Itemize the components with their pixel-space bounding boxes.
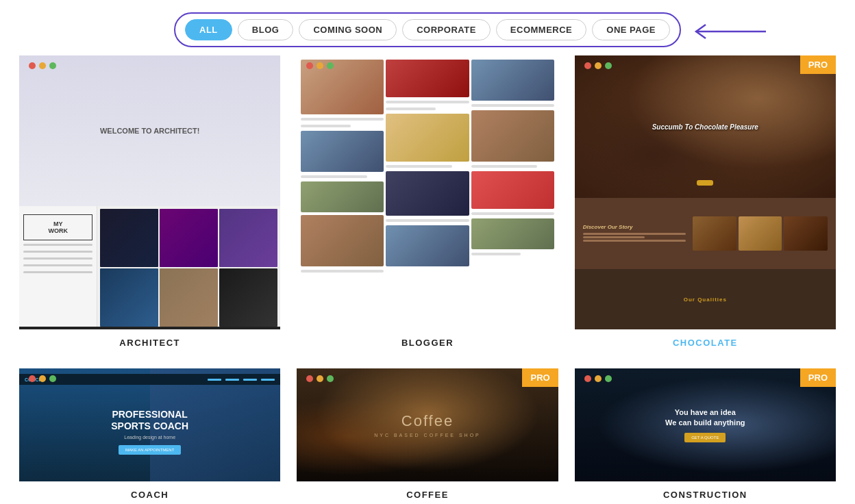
- dot-green: [327, 62, 334, 69]
- choc-img-3: [784, 216, 828, 251]
- dot-red: [306, 62, 313, 69]
- coach-nav-link-4: [261, 379, 275, 381]
- filter-btn-coming-soon[interactable]: COMING SOON: [299, 19, 397, 40]
- dot-orange: [595, 375, 602, 382]
- sidebar-line-4: [23, 264, 92, 266]
- coach-content: PROFESSIONALSPORTS COACH Leading design …: [111, 409, 188, 455]
- theme-card-architect[interactable]: WELCOME TO ARCHITECT! MYWORK: [19, 55, 280, 352]
- sidebar-line-3: [23, 257, 92, 260]
- blog-line-10: [471, 165, 538, 168]
- window-dots-blogger: [306, 62, 334, 69]
- coach-sub: Leading design at home: [111, 435, 188, 440]
- sidebar-line-1: [23, 244, 92, 246]
- theme-card-construction[interactable]: PRO You have an ideaWe can build anythin…: [575, 368, 836, 504]
- sidebar-line-5: [23, 271, 92, 273]
- window-dots-construction: [584, 375, 612, 382]
- blog-img-8: [471, 171, 554, 209]
- dot-green: [605, 375, 612, 382]
- chocolate-card-title: CHOCOLATE: [575, 329, 836, 352]
- filter-section: ALL BLOG COMING SOON CORPORATE ECOMMERCE…: [0, 0, 855, 55]
- blog-line-12: [471, 253, 521, 255]
- arrow-indicator: [691, 19, 773, 47]
- blogger-card-title: BLOGGER: [297, 329, 558, 352]
- blog-line-7: [386, 165, 452, 168]
- filter-btn-corporate[interactable]: CORPORATE: [402, 19, 491, 40]
- blog-img-7: [471, 110, 554, 162]
- chocolate-pro-badge: PRO: [800, 55, 836, 74]
- chocolate-preview: Succumb To Chocolate Pleasure Discover O…: [575, 55, 836, 329]
- blog-line-9: [471, 104, 554, 107]
- dot-orange: [39, 62, 46, 69]
- construction-preview: You have an ideaWe can build anything GE…: [575, 368, 836, 481]
- blog-line-1: [301, 118, 384, 121]
- blog-img-6: [471, 60, 554, 101]
- choc-hero: Succumb To Chocolate Pleasure: [575, 55, 836, 198]
- dot-red: [29, 62, 36, 69]
- blogger-preview: [297, 55, 558, 329]
- construction-preview-container: PRO You have an ideaWe can build anythin…: [575, 368, 836, 481]
- my-work-box: MYWORK: [23, 214, 92, 240]
- dot-orange: [317, 62, 323, 69]
- dot-red: [306, 375, 313, 382]
- filter-btn-blog[interactable]: BLOG: [238, 19, 294, 40]
- construction-card-title: CONSTRUCTION: [575, 481, 836, 504]
- choc-middle-line-2: [583, 236, 645, 238]
- theme-card-blogger[interactable]: BLOGGER: [297, 55, 558, 352]
- themes-grid: WELCOME TO ARCHITECT! MYWORK: [0, 55, 855, 504]
- coach-title: PROFESSIONALSPORTS COACH: [111, 409, 188, 432]
- blog-line-5: [386, 101, 469, 103]
- choc-bottom-text: Our Qualities: [684, 297, 727, 303]
- dot-red: [29, 375, 36, 382]
- coach-nav-links: [208, 379, 275, 381]
- window-dots-coach: [29, 375, 56, 382]
- dot-orange: [39, 375, 46, 382]
- architect-hero: WELCOME TO ARCHITECT!: [19, 55, 280, 206]
- filter-btn-all[interactable]: ALL: [185, 19, 232, 40]
- filter-btn-one-page[interactable]: ONE PAGE: [592, 19, 670, 40]
- gallery-cell-6: [219, 268, 277, 327]
- blog-img-dark: [386, 171, 469, 216]
- coffee-pro-badge: PRO: [522, 368, 558, 387]
- gallery-cell-5: [160, 268, 218, 327]
- dot-red: [584, 62, 591, 69]
- coach-card-title: COACH: [19, 481, 280, 504]
- architect-card-title: ARCHITECT: [19, 329, 280, 352]
- dot-green: [49, 375, 56, 382]
- dot-green: [605, 62, 612, 69]
- choc-img-1: [693, 216, 736, 251]
- coffee-card-title: COFFEE: [297, 481, 558, 504]
- blogger-inner: [297, 55, 558, 329]
- coach-nav-link-2: [225, 379, 239, 381]
- gallery-cell-2: [160, 209, 218, 267]
- dot-red: [584, 375, 591, 382]
- coffee-preview: Coffee NYC BASED COFFEE SHOP: [297, 368, 558, 481]
- architect-bottom: MYWORK: [19, 206, 280, 329]
- chocolate-preview-container: PRO Succumb To Chocolate Pleasure Discov…: [575, 55, 836, 329]
- coach-nav-link-1: [208, 379, 221, 381]
- filter-btn-ecommerce[interactable]: ECOMMERCE: [496, 19, 586, 40]
- dot-green: [327, 375, 334, 382]
- architect-hero-text: WELCOME TO ARCHITECT!: [100, 127, 199, 135]
- blog-img-red: [386, 60, 469, 97]
- theme-card-coffee[interactable]: PRO Coffee NYC BASED COFFEE SHOP COFFEE: [297, 368, 558, 504]
- dot-orange: [317, 375, 323, 382]
- theme-card-chocolate[interactable]: PRO Succumb To Chocolate Pleasure Discov…: [575, 55, 836, 352]
- blog-img-bright: [386, 114, 469, 162]
- choc-img-2: [739, 216, 782, 251]
- choc-middle-line-3: [583, 240, 686, 242]
- blog-line-2: [301, 125, 351, 127]
- coach-nav-link-3: [243, 379, 257, 381]
- dot-orange: [595, 62, 602, 69]
- coffee-preview-container: PRO Coffee NYC BASED COFFEE SHOP: [297, 368, 558, 481]
- choc-middle-line-1: [583, 233, 686, 235]
- coach-cta-btn: MAKE AN APPOINTMENT: [119, 445, 181, 455]
- choc-middle: Discover Our Story: [575, 198, 836, 269]
- coffee-title: Coffee: [374, 412, 481, 430]
- blog-line-11: [471, 212, 554, 215]
- choc-bottom: Our Qualities: [575, 269, 836, 329]
- choc-hero-text: Succumb To Chocolate Pleasure: [652, 123, 758, 131]
- coffee-sub: NYC BASED COFFEE SHOP: [374, 433, 481, 438]
- window-dots: [29, 62, 56, 69]
- coach-preview: COACH PROFESSIONALSPORTS COACH Leading d: [19, 368, 280, 481]
- theme-card-coach[interactable]: COACH PROFESSIONALSPORTS COACH Leading d: [19, 368, 280, 504]
